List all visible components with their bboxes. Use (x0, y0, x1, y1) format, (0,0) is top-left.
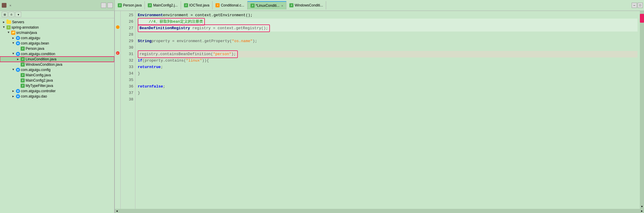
gutter-row-28 (115, 30, 120, 37)
code-line-25[interactable]: Environment environment = context.getEnv… (138, 12, 638, 19)
tab-icon-windowsconditi-java: J (289, 3, 293, 7)
tree-item-com-atguigu-controller[interactable]: ▶◉com.atguigu.controller (0, 88, 114, 94)
editor-window-controls: — □ (632, 3, 644, 8)
line-num-37: 37 (122, 90, 133, 96)
tree-arrow-WindowsCondition-java[interactable] (16, 63, 20, 66)
minimize-button[interactable] (101, 3, 106, 8)
gutter-row-30 (115, 43, 120, 50)
tree-item-MainConfig-java[interactable]: JMainConfig.java (0, 72, 114, 78)
line-num-31: 31 (122, 51, 133, 57)
tree-label-src-main-java: src/main/java (16, 31, 37, 35)
code-line-32[interactable]: if(property.contains("linux")){ (138, 57, 638, 64)
toolbar-btn-3[interactable]: ▾ (15, 12, 21, 17)
tree-icon-MainConfig2-java: J (21, 78, 25, 82)
tree-label-com-atguigu-config: com.atguigu.config (21, 68, 51, 72)
tree-item-spring-annotation[interactable]: ▼Sspring-annotation (0, 25, 114, 30)
tree-label-MainConfig2-java: MainConfig2.java (26, 78, 53, 82)
maximize-button[interactable] (107, 3, 113, 8)
tree-item-com-atguigu[interactable]: ▶◉com.atguigu (0, 35, 114, 41)
editor-maximize-button[interactable]: □ (638, 3, 643, 8)
tree-arrow-com-atguigu-bean[interactable]: ▼ (11, 42, 15, 45)
code-line-30[interactable] (138, 44, 638, 51)
tree-arrow-servers[interactable]: ▶ (2, 20, 6, 24)
tab-ioctest-java[interactable]: JIOCTest.java (181, 1, 213, 9)
tree-arrow-LinuxCondition-java[interactable]: ▶ (16, 57, 20, 61)
tree-icon-com-atguigu-config: ◉ (16, 68, 20, 72)
line-num-36: 36 (122, 83, 133, 90)
code-line-34[interactable]: } (138, 70, 638, 77)
editor-minimize-button[interactable]: — (632, 3, 637, 8)
tree-arrow-com-atguigu[interactable]: ▶ (11, 36, 15, 40)
tree-arrow-com-atguigu-condition[interactable]: ▼ (11, 52, 15, 56)
tree-icon-Person-java: J (21, 47, 25, 51)
tab-bar: ✕ JPerson.javaJMainConfig2.j...JIOCTest.… (0, 0, 644, 11)
code-line-26[interactable]: //4、获取到bean定义的注册类 (138, 19, 638, 25)
tree-icon-MainConfig-java: J (21, 73, 25, 77)
tree-label-spring-annotation: spring-annotation (11, 25, 39, 29)
tree-icon-servers (6, 20, 11, 24)
line-num-32: 32 (122, 57, 133, 64)
tree-label-com-atguigu-bean: com.atguigu.bean (21, 41, 49, 45)
tree-arrow-spring-annotation[interactable]: ▼ (2, 26, 6, 29)
tab-conditional-java[interactable]: JConditional.c... (213, 1, 247, 9)
line-num-34: 34 (122, 70, 133, 77)
package-explorer-tab-close[interactable]: ✕ (9, 4, 11, 7)
toolbar-btn-1[interactable]: ⊞ (2, 12, 8, 17)
code-editor[interactable]: Environment environment = context.getEnv… (135, 11, 640, 209)
tree-arrow-src-main-java[interactable]: ▼ (7, 31, 10, 34)
tree-arrow-Person-java[interactable] (16, 47, 20, 50)
code-line-36[interactable]: return false; (138, 83, 638, 90)
tab-icon-ioctest-java: J (184, 3, 188, 7)
tree-arrow-com-atguigu-config[interactable]: ▼ (11, 68, 15, 72)
tree-icon-src-main-java: 📁 (11, 31, 15, 35)
line-num-38: 38 (122, 96, 133, 103)
tab-person-java[interactable]: JPerson.java (115, 1, 145, 9)
horizontal-scrollbar[interactable]: ◀ ▶ (115, 209, 644, 213)
scrollbar-thumb[interactable] (640, 14, 644, 23)
tree-item-src-main-java[interactable]: ▼📁src/main/java (0, 30, 114, 35)
tree-arrow-com-atguigu-controller[interactable]: ▶ (11, 89, 15, 93)
toolbar-btn-2[interactable]: ⛭ (9, 12, 14, 17)
code-line-28[interactable] (138, 32, 638, 38)
tree-label-com-atguigu-dao: com.atguigu.dao (21, 94, 47, 98)
code-line-35[interactable] (138, 77, 638, 83)
tree-icon-com-atguigu-bean: ◉ (16, 41, 20, 45)
tab-close-linuxconditi-java[interactable]: ✕ (281, 4, 283, 8)
tree-item-com-atguigu-condition[interactable]: ▼◉com.atguigu.condition (0, 51, 114, 57)
tree-icon-LinuxCondition-java: J (21, 57, 25, 61)
code-line-31[interactable]: registry.containsBeanDefinition("person"… (138, 51, 638, 57)
tree-item-servers[interactable]: ▶Servers (0, 19, 114, 25)
tab-linuxconditi-java[interactable]: J*LinuxConditi...✕ (248, 1, 286, 9)
tree-arrow-com-atguigu-dao[interactable]: ▶ (11, 95, 15, 98)
gutter-row-26 (115, 17, 120, 24)
code-line-29[interactable]: String property = environment.getPropert… (138, 38, 638, 44)
code-line-37[interactable]: } (138, 90, 638, 96)
tree-arrow-MainConfig-java[interactable] (16, 73, 20, 77)
tree-item-com-atguigu-bean[interactable]: ▼◉com.atguigu.bean (0, 41, 114, 46)
code-line-38[interactable] (138, 96, 638, 103)
scroll-right-arrow[interactable]: ▶ (640, 209, 644, 213)
scroll-left-arrow[interactable]: ◀ (115, 209, 119, 213)
tree-item-Person-java[interactable]: JPerson.java (0, 46, 114, 51)
tree-item-WindowsCondition-java[interactable]: JWindowsCondition.java (0, 62, 114, 67)
gutter-row-38 (115, 95, 120, 102)
tree-item-LinuxCondition-java[interactable]: ▶JLinuxCondition.java (0, 57, 114, 62)
line-num-28: 28 (122, 32, 133, 38)
vertical-scrollbar[interactable]: ▼ (640, 11, 644, 209)
tree-arrow-MyTypeFilter-java[interactable] (16, 84, 20, 87)
highlight-box-27: BeanDefinitionRegistry registry = contex… (138, 24, 270, 32)
line-num-25: 25 (122, 12, 133, 19)
tab-mainconfig2-java[interactable]: JMainConfig2.j... (145, 1, 181, 9)
tree-label-MyTypeFilter-java: MyTypeFilter.java (26, 84, 53, 88)
tree-item-com-atguigu-dao[interactable]: ▶◉com.atguigu.dao (0, 94, 114, 99)
scrollbar-down-arrow[interactable]: ▼ (640, 205, 644, 209)
tree-label-MainConfig-java: MainConfig.java (26, 73, 51, 77)
line-num-30: 30 (122, 44, 133, 51)
code-line-27[interactable]: BeanDefinitionRegistry registry = contex… (138, 25, 638, 32)
tree-arrow-MainConfig2-java[interactable] (16, 79, 20, 82)
tree-item-MainConfig2-java[interactable]: JMainConfig2.java (0, 78, 114, 83)
tree-item-MyTypeFilter-java[interactable]: JMyTypeFilter.java (0, 83, 114, 88)
tab-windowsconditi-java[interactable]: JWindowsConditi... (286, 1, 326, 9)
tree-item-com-atguigu-config[interactable]: ▼◉com.atguigu.config (0, 67, 114, 72)
code-line-33[interactable]: return true; (138, 64, 638, 70)
